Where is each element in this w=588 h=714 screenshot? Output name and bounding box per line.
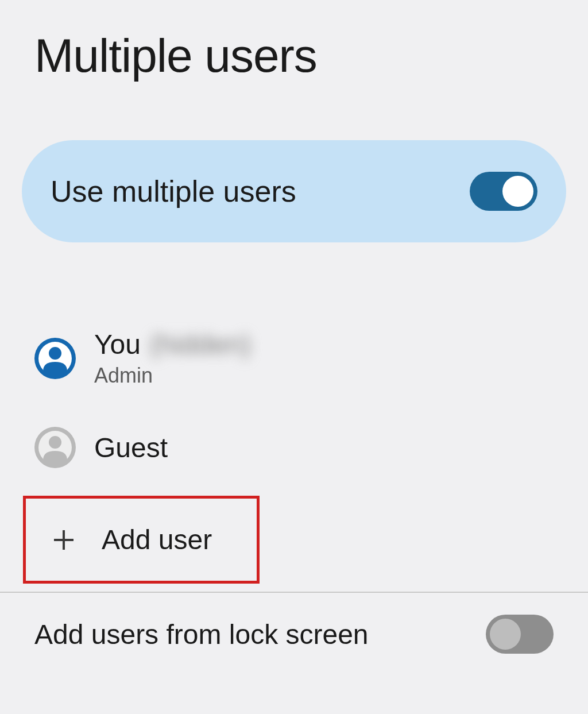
user-subtitle: Admin — [94, 364, 251, 388]
user-avatar-icon — [34, 338, 76, 379]
add-user-label: Add user — [102, 524, 212, 555]
svg-point-2 — [49, 347, 61, 360]
guest-avatar-icon — [34, 427, 76, 468]
toggle-knob — [502, 176, 533, 207]
add-users-lock-screen-row[interactable]: Add users from lock screen — [0, 593, 588, 676]
use-multiple-users-label: Use multiple users — [51, 174, 296, 209]
user-name: You — [94, 329, 141, 360]
user-list: You (hidden) Admin Guest Add user — [0, 311, 588, 584]
use-multiple-users-toggle[interactable] — [470, 172, 537, 211]
user-name-line: You (hidden) — [94, 329, 251, 360]
user-name-extra: (hidden) — [150, 329, 251, 360]
add-users-lock-screen-label: Add users from lock screen — [34, 619, 369, 650]
add-users-lock-screen-toggle[interactable] — [486, 615, 554, 654]
guest-name: Guest — [94, 432, 168, 464]
toggle-knob — [490, 619, 521, 650]
add-user-button[interactable]: Add user — [23, 496, 260, 584]
plus-icon — [52, 528, 75, 551]
page-title: Multiple users — [0, 0, 588, 106]
user-guest-row[interactable]: Guest — [0, 405, 588, 490]
user-info: You (hidden) Admin — [94, 329, 251, 388]
user-info: Guest — [94, 432, 168, 464]
svg-point-5 — [49, 436, 61, 449]
user-you-row[interactable]: You (hidden) Admin — [0, 311, 588, 405]
use-multiple-users-row[interactable]: Use multiple users — [22, 140, 566, 242]
